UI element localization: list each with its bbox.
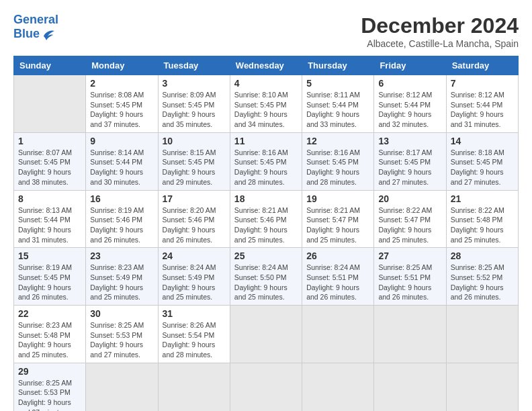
- calendar-week-1: 1 Sunrise: 8:07 AMSunset: 5:45 PMDayligh…: [14, 132, 519, 190]
- calendar-cell: 13 Sunrise: 8:17 AMSunset: 5:45 PMDaylig…: [374, 132, 446, 190]
- day-info: Sunrise: 8:21 AMSunset: 5:47 PMDaylight:…: [306, 205, 369, 245]
- calendar-cell: 6 Sunrise: 8:12 AMSunset: 5:44 PMDayligh…: [374, 75, 446, 133]
- calendar-cell: 20 Sunrise: 8:22 AMSunset: 5:47 PMDaylig…: [374, 190, 446, 248]
- logo: General Blue: [13, 13, 58, 42]
- calendar-cell: 3 Sunrise: 8:09 AMSunset: 5:45 PMDayligh…: [158, 75, 230, 133]
- calendar-table: SundayMondayTuesdayWednesdayThursdayFrid…: [13, 56, 519, 411]
- calendar-week-2: 8 Sunrise: 8:13 AMSunset: 5:44 PMDayligh…: [14, 190, 519, 248]
- calendar-cell: 22 Sunrise: 8:23 AMSunset: 5:48 PMDaylig…: [14, 306, 86, 363]
- calendar-cell: [14, 75, 86, 133]
- day-number: 28: [451, 250, 514, 261]
- calendar-cell: 25 Sunrise: 8:24 AMSunset: 5:50 PMDaylig…: [230, 248, 302, 306]
- day-header-thursday: Thursday: [302, 56, 374, 75]
- calendar-cell: 27 Sunrise: 8:25 AMSunset: 5:51 PMDaylig…: [374, 248, 446, 306]
- day-number: 25: [234, 250, 298, 261]
- day-header-wednesday: Wednesday: [230, 56, 302, 75]
- day-header-sunday: Sunday: [14, 56, 86, 75]
- day-number: 11: [234, 136, 298, 146]
- day-number: 16: [90, 193, 153, 204]
- day-info: Sunrise: 8:26 AMSunset: 5:54 PMDaylight:…: [163, 320, 226, 360]
- calendar-cell: 8 Sunrise: 8:13 AMSunset: 5:44 PMDayligh…: [14, 190, 86, 248]
- day-info: Sunrise: 8:18 AMSunset: 5:45 PMDaylight:…: [451, 148, 514, 187]
- day-number: 19: [306, 193, 369, 204]
- calendar-cell: 15 Sunrise: 8:19 AMSunset: 5:45 PMDaylig…: [14, 248, 86, 306]
- day-info: Sunrise: 8:12 AMSunset: 5:44 PMDaylight:…: [451, 90, 514, 130]
- day-info: Sunrise: 8:25 AMSunset: 5:51 PMDaylight:…: [378, 263, 441, 302]
- calendar-cell: 16 Sunrise: 8:19 AMSunset: 5:46 PMDaylig…: [86, 190, 158, 248]
- day-number: 22: [18, 308, 81, 319]
- day-info: Sunrise: 8:13 AMSunset: 5:44 PMDaylight:…: [18, 205, 81, 245]
- title-block: December 2024 Albacete, Castille-La Manc…: [361, 13, 519, 49]
- day-number: 9: [90, 136, 153, 146]
- day-number: 15: [18, 250, 81, 261]
- day-header-saturday: Saturday: [446, 56, 518, 75]
- day-info: Sunrise: 8:16 AMSunset: 5:45 PMDaylight:…: [306, 148, 369, 187]
- day-number: 27: [378, 250, 441, 261]
- calendar-cell: [230, 306, 302, 363]
- calendar-cell: [230, 363, 302, 411]
- calendar-cell: [446, 363, 518, 411]
- day-info: Sunrise: 8:09 AMSunset: 5:45 PMDaylight:…: [163, 90, 226, 130]
- calendar-cell: 12 Sunrise: 8:16 AMSunset: 5:45 PMDaylig…: [302, 132, 374, 190]
- calendar-cell: [302, 363, 374, 411]
- day-info: Sunrise: 8:24 AMSunset: 5:51 PMDaylight:…: [306, 263, 369, 302]
- calendar-cell: [374, 363, 446, 411]
- calendar-week-0: 2 Sunrise: 8:08 AMSunset: 5:45 PMDayligh…: [14, 75, 519, 133]
- day-number: 30: [90, 308, 153, 319]
- location: Albacete, Castille-La Mancha, Spain: [361, 38, 519, 49]
- day-info: Sunrise: 8:21 AMSunset: 5:46 PMDaylight:…: [234, 205, 298, 245]
- calendar-cell: 7 Sunrise: 8:12 AMSunset: 5:44 PMDayligh…: [446, 75, 518, 133]
- day-info: Sunrise: 8:22 AMSunset: 5:48 PMDaylight:…: [451, 205, 514, 245]
- day-info: Sunrise: 8:23 AMSunset: 5:49 PMDaylight:…: [90, 263, 153, 302]
- day-number: 3: [163, 78, 226, 89]
- day-number: 13: [378, 136, 441, 146]
- calendar-week-5: 29 Sunrise: 8:25 AMSunset: 5:53 PMDaylig…: [14, 363, 519, 411]
- day-number: 6: [378, 78, 441, 89]
- calendar-cell: 21 Sunrise: 8:22 AMSunset: 5:48 PMDaylig…: [446, 190, 518, 248]
- calendar-cell: 11 Sunrise: 8:16 AMSunset: 5:45 PMDaylig…: [230, 132, 302, 190]
- day-number: 10: [163, 136, 226, 146]
- calendar-cell: [302, 306, 374, 363]
- calendar-cell: 9 Sunrise: 8:14 AMSunset: 5:44 PMDayligh…: [86, 132, 158, 190]
- calendar-cell: [86, 363, 158, 411]
- calendar-cell: 2 Sunrise: 8:08 AMSunset: 5:45 PMDayligh…: [86, 75, 158, 133]
- day-info: Sunrise: 8:11 AMSunset: 5:44 PMDaylight:…: [306, 90, 369, 130]
- day-info: Sunrise: 8:14 AMSunset: 5:44 PMDaylight:…: [90, 148, 153, 187]
- day-number: 14: [451, 136, 514, 146]
- calendar-cell: 5 Sunrise: 8:11 AMSunset: 5:44 PMDayligh…: [302, 75, 374, 133]
- day-header-friday: Friday: [374, 56, 446, 75]
- day-info: Sunrise: 8:19 AMSunset: 5:46 PMDaylight:…: [90, 205, 153, 245]
- calendar-cell: 1 Sunrise: 8:07 AMSunset: 5:45 PMDayligh…: [14, 132, 86, 190]
- day-info: Sunrise: 8:24 AMSunset: 5:49 PMDaylight:…: [163, 263, 226, 302]
- calendar-week-3: 15 Sunrise: 8:19 AMSunset: 5:45 PMDaylig…: [14, 248, 519, 306]
- calendar-cell: 23 Sunrise: 8:23 AMSunset: 5:49 PMDaylig…: [86, 248, 158, 306]
- day-number: 20: [378, 193, 441, 204]
- calendar-cell: 14 Sunrise: 8:18 AMSunset: 5:45 PMDaylig…: [446, 132, 518, 190]
- day-info: Sunrise: 8:15 AMSunset: 5:45 PMDaylight:…: [163, 148, 226, 187]
- calendar-week-4: 22 Sunrise: 8:23 AMSunset: 5:48 PMDaylig…: [14, 306, 519, 363]
- calendar-cell: 10 Sunrise: 8:15 AMSunset: 5:45 PMDaylig…: [158, 132, 230, 190]
- logo-text: General Blue: [13, 13, 58, 42]
- day-number: 24: [163, 250, 226, 261]
- day-number: 12: [306, 136, 369, 146]
- calendar-cell: 24 Sunrise: 8:24 AMSunset: 5:49 PMDaylig…: [158, 248, 230, 306]
- calendar-cell: [158, 363, 230, 411]
- day-info: Sunrise: 8:17 AMSunset: 5:45 PMDaylight:…: [378, 148, 441, 187]
- calendar-cell: 18 Sunrise: 8:21 AMSunset: 5:46 PMDaylig…: [230, 190, 302, 248]
- day-number: 5: [306, 78, 369, 89]
- day-number: 2: [90, 78, 153, 89]
- calendar-cell: 29 Sunrise: 8:25 AMSunset: 5:53 PMDaylig…: [14, 363, 86, 411]
- day-info: Sunrise: 8:25 AMSunset: 5:53 PMDaylight:…: [18, 378, 81, 411]
- day-info: Sunrise: 8:07 AMSunset: 5:45 PMDaylight:…: [18, 148, 81, 187]
- calendar-cell: [374, 306, 446, 363]
- day-number: 1: [18, 136, 81, 146]
- day-info: Sunrise: 8:10 AMSunset: 5:45 PMDaylight:…: [234, 90, 298, 130]
- page-header: General Blue December 2024 Albacete, Cas…: [13, 13, 519, 49]
- day-info: Sunrise: 8:24 AMSunset: 5:50 PMDaylight:…: [234, 263, 298, 302]
- calendar-cell: 19 Sunrise: 8:21 AMSunset: 5:47 PMDaylig…: [302, 190, 374, 248]
- day-number: 31: [163, 308, 226, 319]
- day-header-tuesday: Tuesday: [158, 56, 230, 75]
- day-number: 26: [306, 250, 369, 261]
- day-number: 7: [451, 78, 514, 89]
- day-info: Sunrise: 8:23 AMSunset: 5:48 PMDaylight:…: [18, 320, 81, 360]
